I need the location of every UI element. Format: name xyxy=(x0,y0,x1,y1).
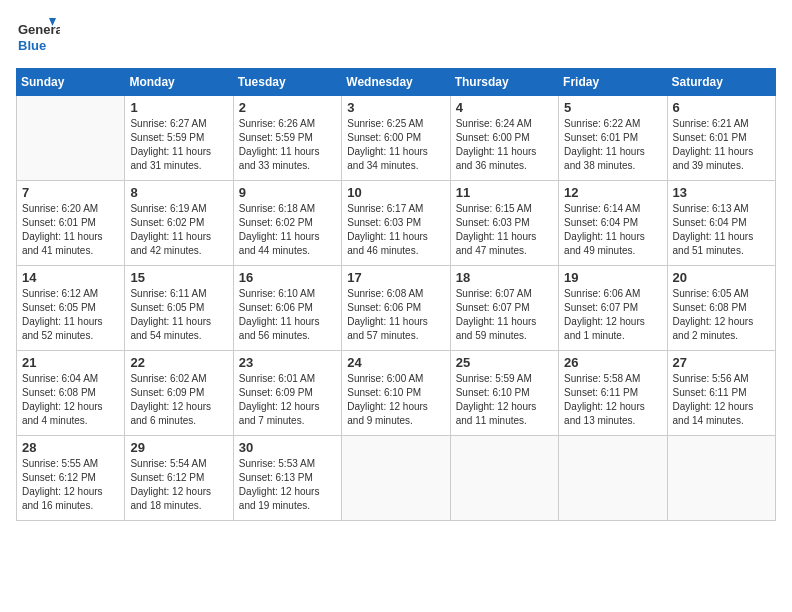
calendar-cell: 30Sunrise: 5:53 AMSunset: 6:13 PMDayligh… xyxy=(233,436,341,521)
calendar-cell: 14Sunrise: 6:12 AMSunset: 6:05 PMDayligh… xyxy=(17,266,125,351)
day-number: 4 xyxy=(456,100,553,115)
calendar-cell: 23Sunrise: 6:01 AMSunset: 6:09 PMDayligh… xyxy=(233,351,341,436)
day-number: 7 xyxy=(22,185,119,200)
day-number: 13 xyxy=(673,185,770,200)
day-number: 5 xyxy=(564,100,661,115)
cell-info: Sunrise: 6:24 AMSunset: 6:00 PMDaylight:… xyxy=(456,117,553,173)
calendar-cell xyxy=(450,436,558,521)
calendar-cell xyxy=(667,436,775,521)
weekday-header-row: SundayMondayTuesdayWednesdayThursdayFrid… xyxy=(17,69,776,96)
cell-info: Sunrise: 6:10 AMSunset: 6:06 PMDaylight:… xyxy=(239,287,336,343)
day-number: 12 xyxy=(564,185,661,200)
day-number: 27 xyxy=(673,355,770,370)
day-number: 25 xyxy=(456,355,553,370)
calendar-cell: 4Sunrise: 6:24 AMSunset: 6:00 PMDaylight… xyxy=(450,96,558,181)
cell-info: Sunrise: 6:25 AMSunset: 6:00 PMDaylight:… xyxy=(347,117,444,173)
day-number: 29 xyxy=(130,440,227,455)
cell-info: Sunrise: 6:04 AMSunset: 6:08 PMDaylight:… xyxy=(22,372,119,428)
calendar-cell xyxy=(342,436,450,521)
weekday-header-wednesday: Wednesday xyxy=(342,69,450,96)
calendar-cell: 28Sunrise: 5:55 AMSunset: 6:12 PMDayligh… xyxy=(17,436,125,521)
calendar-cell: 7Sunrise: 6:20 AMSunset: 6:01 PMDaylight… xyxy=(17,181,125,266)
day-number: 28 xyxy=(22,440,119,455)
day-number: 1 xyxy=(130,100,227,115)
day-number: 15 xyxy=(130,270,227,285)
logo-svg: General Blue xyxy=(16,16,60,60)
cell-info: Sunrise: 6:17 AMSunset: 6:03 PMDaylight:… xyxy=(347,202,444,258)
day-number: 6 xyxy=(673,100,770,115)
svg-text:Blue: Blue xyxy=(18,38,46,53)
calendar-cell: 18Sunrise: 6:07 AMSunset: 6:07 PMDayligh… xyxy=(450,266,558,351)
day-number: 14 xyxy=(22,270,119,285)
day-number: 16 xyxy=(239,270,336,285)
calendar-cell: 27Sunrise: 5:56 AMSunset: 6:11 PMDayligh… xyxy=(667,351,775,436)
day-number: 26 xyxy=(564,355,661,370)
day-number: 20 xyxy=(673,270,770,285)
day-number: 9 xyxy=(239,185,336,200)
calendar-cell: 6Sunrise: 6:21 AMSunset: 6:01 PMDaylight… xyxy=(667,96,775,181)
cell-info: Sunrise: 6:14 AMSunset: 6:04 PMDaylight:… xyxy=(564,202,661,258)
weekday-header-friday: Friday xyxy=(559,69,667,96)
calendar-cell: 19Sunrise: 6:06 AMSunset: 6:07 PMDayligh… xyxy=(559,266,667,351)
calendar-cell: 1Sunrise: 6:27 AMSunset: 5:59 PMDaylight… xyxy=(125,96,233,181)
cell-info: Sunrise: 6:11 AMSunset: 6:05 PMDaylight:… xyxy=(130,287,227,343)
day-number: 30 xyxy=(239,440,336,455)
cell-info: Sunrise: 6:26 AMSunset: 5:59 PMDaylight:… xyxy=(239,117,336,173)
cell-info: Sunrise: 5:54 AMSunset: 6:12 PMDaylight:… xyxy=(130,457,227,513)
calendar-cell: 5Sunrise: 6:22 AMSunset: 6:01 PMDaylight… xyxy=(559,96,667,181)
calendar-cell: 12Sunrise: 6:14 AMSunset: 6:04 PMDayligh… xyxy=(559,181,667,266)
day-number: 11 xyxy=(456,185,553,200)
week-row-3: 14Sunrise: 6:12 AMSunset: 6:05 PMDayligh… xyxy=(17,266,776,351)
weekday-header-sunday: Sunday xyxy=(17,69,125,96)
calendar-cell: 21Sunrise: 6:04 AMSunset: 6:08 PMDayligh… xyxy=(17,351,125,436)
weekday-header-tuesday: Tuesday xyxy=(233,69,341,96)
cell-info: Sunrise: 5:53 AMSunset: 6:13 PMDaylight:… xyxy=(239,457,336,513)
cell-info: Sunrise: 6:13 AMSunset: 6:04 PMDaylight:… xyxy=(673,202,770,258)
calendar-cell: 10Sunrise: 6:17 AMSunset: 6:03 PMDayligh… xyxy=(342,181,450,266)
week-row-4: 21Sunrise: 6:04 AMSunset: 6:08 PMDayligh… xyxy=(17,351,776,436)
day-number: 21 xyxy=(22,355,119,370)
day-number: 22 xyxy=(130,355,227,370)
header: General Blue xyxy=(16,16,776,60)
svg-text:General: General xyxy=(18,22,60,37)
cell-info: Sunrise: 6:22 AMSunset: 6:01 PMDaylight:… xyxy=(564,117,661,173)
cell-info: Sunrise: 6:07 AMSunset: 6:07 PMDaylight:… xyxy=(456,287,553,343)
calendar-cell: 8Sunrise: 6:19 AMSunset: 6:02 PMDaylight… xyxy=(125,181,233,266)
calendar-cell: 11Sunrise: 6:15 AMSunset: 6:03 PMDayligh… xyxy=(450,181,558,266)
calendar-cell: 2Sunrise: 6:26 AMSunset: 5:59 PMDaylight… xyxy=(233,96,341,181)
cell-info: Sunrise: 6:05 AMSunset: 6:08 PMDaylight:… xyxy=(673,287,770,343)
day-number: 10 xyxy=(347,185,444,200)
weekday-header-monday: Monday xyxy=(125,69,233,96)
week-row-5: 28Sunrise: 5:55 AMSunset: 6:12 PMDayligh… xyxy=(17,436,776,521)
calendar-cell: 3Sunrise: 6:25 AMSunset: 6:00 PMDaylight… xyxy=(342,96,450,181)
day-number: 23 xyxy=(239,355,336,370)
calendar-cell: 22Sunrise: 6:02 AMSunset: 6:09 PMDayligh… xyxy=(125,351,233,436)
cell-info: Sunrise: 6:02 AMSunset: 6:09 PMDaylight:… xyxy=(130,372,227,428)
calendar-cell: 16Sunrise: 6:10 AMSunset: 6:06 PMDayligh… xyxy=(233,266,341,351)
cell-info: Sunrise: 6:08 AMSunset: 6:06 PMDaylight:… xyxy=(347,287,444,343)
calendar-cell: 15Sunrise: 6:11 AMSunset: 6:05 PMDayligh… xyxy=(125,266,233,351)
cell-info: Sunrise: 6:06 AMSunset: 6:07 PMDaylight:… xyxy=(564,287,661,343)
cell-info: Sunrise: 6:01 AMSunset: 6:09 PMDaylight:… xyxy=(239,372,336,428)
cell-info: Sunrise: 6:20 AMSunset: 6:01 PMDaylight:… xyxy=(22,202,119,258)
calendar-cell: 24Sunrise: 6:00 AMSunset: 6:10 PMDayligh… xyxy=(342,351,450,436)
calendar-cell: 17Sunrise: 6:08 AMSunset: 6:06 PMDayligh… xyxy=(342,266,450,351)
day-number: 19 xyxy=(564,270,661,285)
cell-info: Sunrise: 6:00 AMSunset: 6:10 PMDaylight:… xyxy=(347,372,444,428)
weekday-header-saturday: Saturday xyxy=(667,69,775,96)
weekday-header-thursday: Thursday xyxy=(450,69,558,96)
cell-info: Sunrise: 5:55 AMSunset: 6:12 PMDaylight:… xyxy=(22,457,119,513)
cell-info: Sunrise: 5:59 AMSunset: 6:10 PMDaylight:… xyxy=(456,372,553,428)
day-number: 18 xyxy=(456,270,553,285)
cell-info: Sunrise: 6:21 AMSunset: 6:01 PMDaylight:… xyxy=(673,117,770,173)
calendar-cell xyxy=(559,436,667,521)
week-row-2: 7Sunrise: 6:20 AMSunset: 6:01 PMDaylight… xyxy=(17,181,776,266)
day-number: 2 xyxy=(239,100,336,115)
calendar-cell: 25Sunrise: 5:59 AMSunset: 6:10 PMDayligh… xyxy=(450,351,558,436)
cell-info: Sunrise: 6:27 AMSunset: 5:59 PMDaylight:… xyxy=(130,117,227,173)
calendar-table: SundayMondayTuesdayWednesdayThursdayFrid… xyxy=(16,68,776,521)
day-number: 17 xyxy=(347,270,444,285)
calendar-cell: 26Sunrise: 5:58 AMSunset: 6:11 PMDayligh… xyxy=(559,351,667,436)
day-number: 24 xyxy=(347,355,444,370)
cell-info: Sunrise: 6:12 AMSunset: 6:05 PMDaylight:… xyxy=(22,287,119,343)
